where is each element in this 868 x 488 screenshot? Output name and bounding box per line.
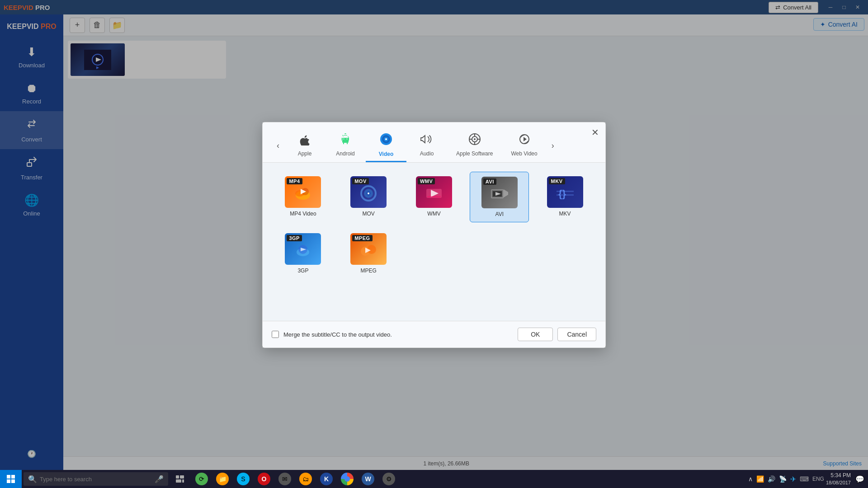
modal-close-icon: ✕: [591, 127, 599, 137]
svg-rect-46: [11, 479, 15, 483]
taskbar-clock: 5:34 PM 18/08/2017: [826, 472, 851, 486]
microphone-icon: 🎤: [155, 475, 164, 483]
svg-rect-43: [7, 475, 10, 479]
clock-time: 5:34 PM: [826, 472, 851, 479]
taskbar: 🔍 🎤 ⟳ 📁 S O: [0, 470, 868, 488]
format-mkv[interactable]: MKV {} MKV: [535, 172, 594, 222]
tab-android-label: Android: [336, 150, 354, 157]
format-avi[interactable]: AVI AVI: [470, 172, 529, 222]
svg-point-10: [385, 138, 387, 140]
svg-marker-31: [504, 189, 508, 197]
keyboard-icon: ⌨: [800, 475, 809, 483]
taskbar-app-word[interactable]: W: [358, 470, 378, 488]
mov-inner: [350, 176, 387, 208]
tab-next-icon: ›: [552, 141, 554, 150]
mpeg-label: MPEG: [361, 267, 377, 274]
format-mov[interactable]: MOV MOV: [339, 172, 398, 222]
taskbar-quick-icons: [172, 471, 188, 487]
3gp-icon: 3GP: [285, 233, 321, 265]
taskbar-app-mail[interactable]: ✉: [275, 470, 295, 488]
tab-android[interactable]: Android: [325, 129, 366, 162]
format-grid: MP4 MP4 Video MOV: [274, 172, 594, 278]
telegram-icon: ✈: [790, 475, 796, 483]
svg-rect-35: [557, 191, 574, 192]
mpeg-inner: [350, 233, 387, 265]
merge-checkbox[interactable]: [272, 331, 279, 338]
tab-apple-software[interactable]: Apple Software: [447, 129, 502, 162]
notification-icon[interactable]: 💬: [855, 475, 864, 483]
tab-next-button[interactable]: ›: [547, 136, 559, 155]
avi-icon: AVI: [481, 177, 518, 208]
search-input[interactable]: [40, 476, 148, 483]
taskbar-app-settings[interactable]: ⚙: [379, 470, 399, 488]
tab-video-label: Video: [379, 151, 393, 157]
modal-tabs: ‹ Apple Android: [263, 122, 605, 163]
footer-buttons: OK Cancel: [518, 328, 596, 341]
tab-prev-button[interactable]: ‹: [272, 136, 284, 155]
mail-icon: ✉: [278, 473, 291, 485]
taskbar-app-keepvid[interactable]: K: [316, 470, 336, 488]
svg-rect-44: [11, 475, 15, 479]
mpeg-icon: MPEG: [350, 233, 387, 265]
modal-footer: Merge the subtitle/CC to the output vide…: [263, 321, 605, 347]
taskbar-right: ∧ 📶 🔊 📡 ✈ ⌨ ENG 5:34 PM 18/08/2017 💬: [748, 472, 868, 486]
svg-rect-45: [7, 479, 10, 483]
settings-icon: ⚙: [382, 473, 395, 485]
files-icon: 🗂: [299, 473, 312, 485]
clock-date: 18/08/2017: [826, 479, 851, 486]
mkv-label: MKV: [559, 211, 571, 217]
taskbar-app-chrome[interactable]: [337, 470, 357, 488]
wmv-inner: [416, 176, 452, 208]
svg-point-13: [474, 138, 476, 140]
network-icon: 📶: [756, 475, 764, 483]
tab-video[interactable]: Video: [366, 129, 406, 162]
taskbar-app-files[interactable]: 🗂: [296, 470, 316, 488]
svg-rect-28: [427, 196, 441, 197]
format-3gp[interactable]: 3GP 3GP: [274, 229, 333, 278]
cancel-button[interactable]: Cancel: [557, 328, 596, 341]
mp4-label: MP4 Video: [290, 211, 316, 217]
modal-overlay: ✕ ‹ Apple And: [0, 0, 868, 470]
tab-apple[interactable]: Apple: [284, 129, 325, 162]
task-view-button[interactable]: [172, 471, 188, 487]
taskbar-search[interactable]: 🔍 🎤: [24, 472, 168, 486]
mkv-icon: MKV {}: [547, 176, 583, 208]
word-icon: W: [362, 473, 374, 485]
language-label: ENG: [812, 476, 824, 482]
tab-web-video-label: Web Video: [511, 150, 537, 157]
svg-point-5: [344, 139, 344, 140]
taskbar-app-folder[interactable]: 📁: [212, 470, 232, 488]
start-button[interactable]: [0, 470, 22, 488]
taskbar-app-skype[interactable]: S: [233, 470, 253, 488]
svg-text:{}: {}: [558, 188, 566, 199]
ok-button[interactable]: OK: [518, 328, 553, 341]
format-mp4[interactable]: MP4 MP4 Video: [274, 172, 333, 222]
svg-rect-49: [176, 479, 181, 483]
svg-rect-36: [557, 194, 574, 196]
modal-close-button[interactable]: ✕: [591, 127, 599, 138]
mov-icon: MOV: [350, 176, 387, 208]
mp4-icon: MP4: [285, 176, 321, 208]
tab-audio[interactable]: Audio: [406, 129, 447, 162]
format-mpeg[interactable]: MPEG MPEG: [339, 229, 398, 278]
mov-label: MOV: [363, 211, 375, 217]
chevron-up-icon[interactable]: ∧: [748, 475, 753, 483]
svg-rect-48: [180, 475, 184, 479]
avi-label: AVI: [495, 211, 504, 217]
green-app-icon: ⟳: [195, 473, 208, 485]
video-tab-icon: [379, 132, 393, 149]
mp4-inner: [285, 176, 321, 208]
audio-tab-icon: [420, 133, 433, 149]
web-video-icon: [518, 133, 531, 149]
tab-apple-software-label: Apple Software: [456, 150, 493, 157]
taskbar-sys-icons: ∧ 📶 🔊 📡 ✈ ⌨ ENG: [748, 475, 824, 483]
svg-rect-47: [176, 475, 179, 479]
taskbar-app-chrome-green[interactable]: ⟳: [192, 470, 212, 488]
wmv-icon: WMV: [416, 176, 452, 208]
format-wmv[interactable]: WMV WMV: [405, 172, 464, 222]
3gp-inner: [285, 233, 321, 265]
tab-web-video[interactable]: Web Video: [502, 129, 546, 162]
speaker-icon[interactable]: 🔊: [768, 475, 775, 483]
apple-software-icon: [468, 133, 481, 149]
taskbar-app-opera[interactable]: O: [254, 470, 274, 488]
